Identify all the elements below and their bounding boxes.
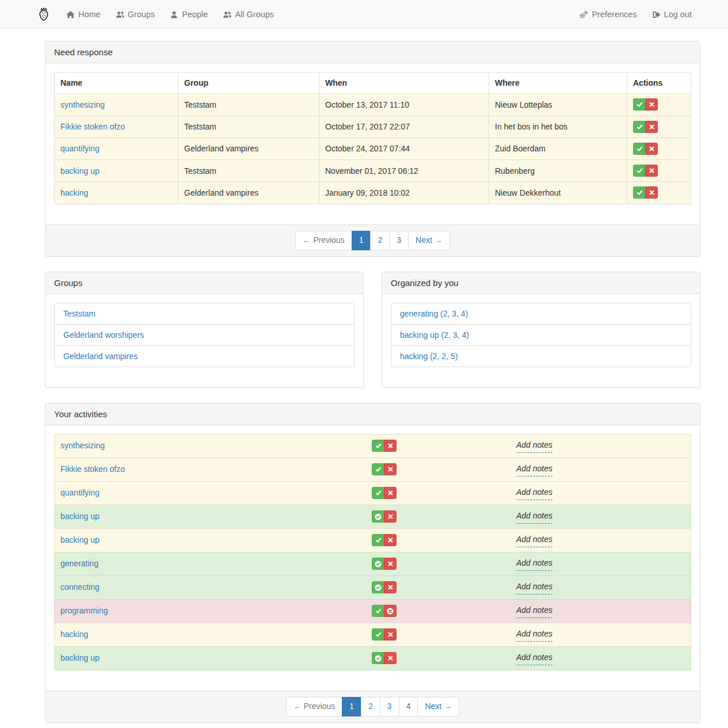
attend-no-button[interactable] [384, 510, 397, 523]
activity-name-link[interactable]: Fikkie stoken ofzo [60, 463, 372, 475]
users-icon [116, 10, 124, 19]
attend-yes-button[interactable] [372, 581, 384, 593]
attend-yes-button[interactable] [372, 628, 384, 641]
activity-name-link[interactable]: synthesizing [60, 100, 105, 109]
pagination-next[interactable]: Next → [408, 231, 450, 250]
nav-item-home[interactable]: Home [59, 0, 108, 29]
add-notes-link[interactable]: Add notes [516, 463, 552, 477]
attend-no-button[interactable] [384, 487, 397, 499]
x-icon [387, 561, 394, 567]
add-notes-link[interactable]: Add notes [516, 486, 552, 500]
decline-button[interactable] [645, 165, 658, 177]
activity-name-link[interactable]: backing up [60, 534, 372, 546]
attend-yes-button[interactable] [372, 534, 384, 546]
activity-name-link[interactable]: hacking [60, 188, 88, 197]
accept-button[interactable] [633, 121, 646, 133]
pagination-page-2[interactable]: 2 [370, 231, 390, 250]
nav-item-preferences[interactable]: Preferences [571, 0, 644, 29]
attend-yes-button[interactable] [372, 510, 384, 523]
nav-item-label: Preferences [592, 10, 636, 19]
attend-no-button[interactable] [384, 605, 397, 617]
cell-group: Teststam [178, 94, 319, 116]
activity-row: hacking Add notes [54, 623, 691, 647]
column-header-when: When [319, 73, 489, 94]
group-link[interactable]: Gelderland vampires [55, 346, 354, 367]
activity-name-link[interactable]: backing up [60, 166, 100, 176]
attend-yes-button[interactable] [372, 487, 384, 499]
pagination-page-3[interactable]: 3 [389, 231, 409, 250]
activities-list: synthesizing Add notes Fikkie stoken ofz… [54, 434, 691, 670]
cell-where: Nieuw Lotteplas [489, 94, 627, 116]
accept-button[interactable] [633, 186, 646, 199]
add-notes-link[interactable]: Add notes [516, 604, 552, 618]
accept-button[interactable] [633, 165, 646, 177]
attend-yes-button[interactable] [372, 440, 384, 452]
cell-when: November 01, 2017 06:12 [319, 160, 489, 182]
nav-item-all-groups[interactable]: All Groups [215, 0, 281, 29]
decline-button[interactable] [645, 143, 658, 155]
brand-logo[interactable] [29, 0, 59, 29]
add-notes-link[interactable]: Add notes [516, 557, 552, 571]
x-icon [649, 124, 655, 130]
group-link[interactable]: Teststam [55, 303, 354, 324]
add-notes-link[interactable]: Add notes [516, 439, 552, 453]
organized-activity-link[interactable]: generating (2, 3, 4) [391, 303, 691, 324]
pagination-page-2[interactable]: 2 [361, 697, 380, 716]
pagination-page-4[interactable]: 4 [399, 697, 418, 716]
x-icon [387, 537, 394, 543]
activity-name-link[interactable]: quantifying [60, 144, 100, 153]
activity-row: backing up Add notes [54, 505, 691, 529]
pagination-next[interactable]: Next → [417, 697, 459, 716]
user-icon [170, 10, 178, 19]
list-item: Gelderland vampires [54, 345, 355, 367]
table-row: synthesizing Teststam October 13, 2017 1… [55, 94, 691, 116]
group-link[interactable]: Gelderland worshipers [55, 325, 354, 345]
add-notes-link[interactable]: Add notes [516, 628, 552, 642]
pagination-page-3[interactable]: 3 [380, 697, 399, 716]
add-notes-link[interactable]: Add notes [516, 581, 552, 594]
attend-no-button[interactable] [384, 581, 397, 593]
activity-row: generating Add notes [54, 552, 691, 576]
activity-row: Fikkie stoken ofzo Add notes [54, 458, 691, 482]
activity-name-link[interactable]: hacking [60, 628, 372, 641]
list-item: hacking (2, 2, 5) [391, 345, 691, 367]
attend-yes-button[interactable] [372, 605, 384, 617]
pagination-page-1[interactable]: 1 [352, 231, 371, 250]
accept-button[interactable] [633, 98, 646, 110]
activity-name-link[interactable]: backing up [60, 652, 372, 664]
attend-yes-button[interactable] [372, 463, 384, 475]
organized-activity-link[interactable]: backing up (2, 3, 4) [391, 325, 691, 345]
add-notes-link[interactable]: Add notes [516, 510, 552, 524]
attend-no-button[interactable] [384, 440, 397, 452]
attend-no-button[interactable] [384, 534, 397, 546]
decline-button[interactable] [645, 98, 658, 110]
attend-yes-button[interactable] [372, 652, 384, 664]
attend-no-button[interactable] [384, 463, 397, 475]
accept-button[interactable] [633, 143, 646, 155]
decline-button[interactable] [645, 186, 658, 199]
cell-group: Gelderland vampires [178, 182, 319, 204]
activity-name-link[interactable]: generating [60, 558, 372, 570]
pagination-page-1[interactable]: 1 [342, 697, 361, 716]
activity-name-link[interactable]: programming [60, 605, 372, 617]
organized-activity-link[interactable]: hacking (2, 2, 5) [391, 346, 691, 367]
column-header-actions: Actions [627, 73, 691, 94]
table-row: Fikkie stoken ofzo Teststam October 17, … [55, 116, 691, 138]
pagination-previous: ← Previous [286, 697, 342, 716]
cell-group: Teststam [178, 116, 319, 138]
activity-name-link[interactable]: quantifying [60, 487, 372, 499]
attend-yes-button[interactable] [372, 558, 384, 570]
attend-no-button[interactable] [384, 558, 397, 570]
nav-item-groups[interactable]: Groups [108, 0, 163, 29]
attend-no-button[interactable] [384, 652, 397, 664]
add-notes-link[interactable]: Add notes [516, 533, 552, 547]
activity-name-link[interactable]: Fikkie stoken ofzo [60, 122, 125, 131]
nav-item-logout[interactable]: Log out [645, 0, 699, 29]
attend-no-button[interactable] [384, 628, 397, 641]
add-notes-link[interactable]: Add notes [516, 651, 552, 665]
activity-name-link[interactable]: synthesizing [60, 440, 372, 452]
nav-item-people[interactable]: People [162, 0, 215, 29]
activity-name-link[interactable]: connecting [60, 581, 372, 593]
activity-name-link[interactable]: backing up [60, 510, 372, 523]
decline-button[interactable] [645, 121, 658, 133]
